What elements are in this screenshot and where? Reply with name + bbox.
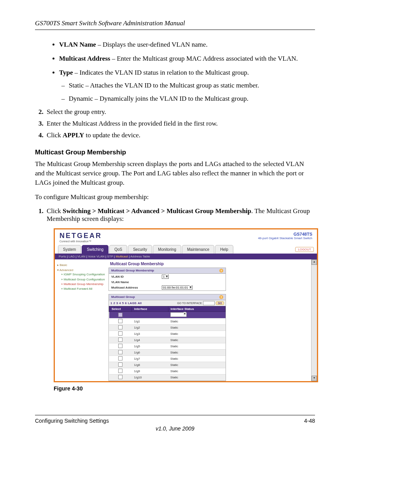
section-heading: Multicast Group Membership [35, 149, 315, 156]
footer-right: 4-48 [304, 418, 315, 424]
panel-head-text: Multicast Group Membership [111, 269, 154, 273]
row-checkbox[interactable] [118, 344, 122, 348]
section-para-1: The Multicast Group Membership screen di… [35, 159, 315, 187]
bullet-type: Type – Indicates the VLAN ID status in r… [59, 68, 315, 103]
row-checkbox[interactable] [118, 369, 122, 373]
cell-status: Static [168, 356, 225, 362]
row-checkbox[interactable] [118, 338, 122, 342]
nav-path: Switching > Multicast > Advanced > Multi… [63, 207, 251, 215]
row-checkbox[interactable] [118, 375, 122, 379]
tab-monitoring[interactable]: Monitoring [153, 245, 181, 254]
pager-1[interactable]: 1 [110, 301, 112, 305]
bullet-multicast-address: Multicast Address – Enter the Multicast … [59, 54, 315, 63]
subnav-lag[interactable]: LAG [68, 255, 75, 258]
subnav-ports[interactable]: Ports [59, 255, 66, 258]
subnav-stp[interactable]: STP [107, 255, 113, 258]
term: VLAN Name [59, 41, 96, 48]
page-title: Multicast Group Membership [110, 262, 310, 266]
pager-5[interactable]: 5 [122, 301, 124, 305]
subnav-voice-vlan[interactable]: Voice VLAN [88, 255, 105, 258]
tab-qos[interactable]: QoS [109, 245, 127, 254]
subnav-address-table[interactable]: Address Table [130, 255, 150, 258]
cell-status: Static [168, 368, 225, 374]
cell-interface: 1/g10 [132, 374, 168, 381]
pager-3[interactable]: 3 [116, 301, 118, 305]
cell-interface: 1/g1 [132, 318, 168, 325]
footer-left: Configuring Switching Settings [35, 418, 109, 424]
interface-table: Select Interface Interface Status 1/g1St… [109, 306, 226, 381]
sidebar-basic[interactable]: ▸ Basic [57, 263, 107, 267]
tab-switching[interactable]: Switching [82, 245, 108, 254]
logout-button[interactable]: LOGOUT [295, 247, 314, 252]
select-multicast-address[interactable]: 01:00:5e:01:01:01 [162, 285, 192, 290]
row-checkbox[interactable] [118, 356, 122, 360]
goto-input[interactable] [203, 301, 215, 305]
pager-lags[interactable]: LAGS [128, 301, 136, 305]
label-vlan-id: VLAN ID [111, 275, 162, 278]
sub-nav: Ports | LAG | VLAN | Voice VLAN | STP | … [55, 254, 317, 259]
type-sublist: Static – Attaches the VLAN ID to the Mul… [68, 81, 315, 103]
pager-4[interactable]: 4 [119, 301, 121, 305]
subnav-vlan[interactable]: VLAN [77, 255, 86, 258]
table-row: 1/g10Static [109, 374, 226, 381]
tab-system[interactable]: System [58, 245, 81, 254]
row-checkbox[interactable] [118, 362, 122, 367]
table-row: 1/g6Static [109, 350, 226, 356]
cell-interface: 1/g8 [132, 362, 168, 368]
go-button[interactable]: GO [216, 301, 224, 305]
status-filter-select[interactable] [170, 312, 187, 317]
tab-security[interactable]: Security [128, 245, 152, 254]
pager-2[interactable]: 2 [113, 301, 115, 305]
cell-interface: 1/g5 [132, 343, 168, 350]
sidebar: ▸ Basic ▾ Advanced » IGMP Snooping Confi… [55, 259, 108, 381]
sidebar-multicast-group-config[interactable]: » Multicast Group Configuration [61, 278, 107, 282]
sidebar-multicast-forward-all[interactable]: » Multicast Forward All [61, 287, 107, 291]
panel2-head-text: Multicast Group [111, 295, 135, 299]
row-checkbox[interactable] [118, 331, 122, 336]
help-icon[interactable]: ? [219, 295, 223, 299]
term: Multicast Address [59, 55, 110, 62]
row-checkbox[interactable] [118, 350, 122, 354]
sidebar-multicast-group-membership[interactable]: » Multicast Group Membership [61, 282, 107, 286]
steps-continued: Select the group entry. Enter the Multic… [35, 108, 315, 139]
scroll-up-icon[interactable]: ▴ [312, 259, 317, 265]
desc: – Enter the Multicast group MAC Address … [110, 55, 298, 62]
select-all-checkbox[interactable] [118, 313, 122, 317]
sidebar-igmp-snooping[interactable]: » IGMP Snooping Configuration [61, 273, 107, 276]
cell-status: Static [168, 325, 225, 331]
pager-6[interactable]: 6 [125, 301, 126, 305]
cell-status: Static [168, 331, 225, 337]
table-row: 1/g1Static [109, 318, 226, 325]
cell-status: Static [168, 318, 225, 325]
row-checkbox[interactable] [118, 319, 122, 323]
cell-status: Static [168, 374, 225, 381]
tab-help[interactable]: Help [215, 245, 233, 254]
term: Type [59, 69, 73, 76]
row-checkbox[interactable] [118, 325, 122, 329]
figure-screenshot: NETGEAR Connect with Innovation™ GS748TS… [54, 228, 318, 382]
subnav-multicast[interactable]: Multicast [116, 255, 128, 258]
netgear-logo: NETGEAR [60, 232, 102, 240]
cell-interface: 1/g6 [132, 350, 168, 356]
pager-all[interactable]: All [138, 301, 142, 305]
definition-list: VLAN Name – Displays the user-defined VL… [59, 40, 315, 103]
tab-maintenance[interactable]: Maintenance [182, 245, 214, 254]
col-status: Interface Status [168, 306, 225, 312]
cell-interface: 1/g4 [132, 337, 168, 343]
select-vlan-id[interactable]: 1 [162, 275, 169, 279]
desc: – Indicates the VLAN ID status in relati… [73, 69, 249, 76]
cell-status: Static [168, 350, 225, 356]
cell-interface: 1/g2 [132, 325, 168, 331]
table-row: 1/g7Static [109, 356, 226, 362]
sidebar-advanced[interactable]: ▾ Advanced [57, 268, 107, 272]
panel-membership: Multicast Group Membership ? VLAN ID 1 V… [108, 268, 226, 291]
scrollbar[interactable]: ▴ ▾ [311, 259, 317, 381]
step-3: Enter the Multicast Address in the provi… [45, 120, 315, 128]
scroll-down-icon[interactable]: ▾ [312, 376, 317, 381]
apply-word: APPLY [63, 131, 84, 139]
figure-caption: Figure 4-30 [54, 385, 315, 392]
help-icon[interactable]: ? [219, 269, 223, 273]
footer-version: v1.0, June 2009 [35, 425, 315, 432]
desc: – Displays the user-defined VLAN name. [96, 41, 208, 48]
goto-label: GO TO INTERFACE [177, 302, 202, 304]
